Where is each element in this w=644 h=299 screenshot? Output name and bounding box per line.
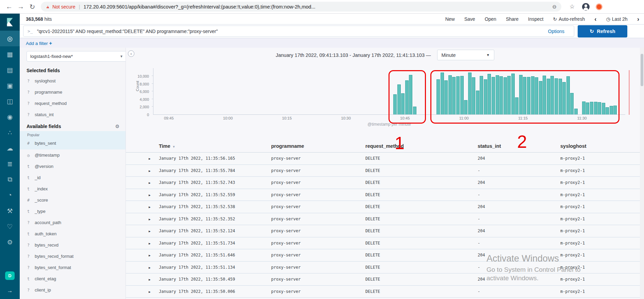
field-item-bytes_recvd[interactable]: ?bytes_recvd	[20, 239, 126, 251]
field-item-programname[interactable]: ?programname	[20, 86, 126, 98]
field-item-auth_token[interactable]: tauth_token	[20, 228, 126, 239]
time-range-picker[interactable]: ◷Last 2h	[606, 16, 628, 22]
table-row[interactable]: ▶January 17th 2022, 11:35:50.006proxy-se…	[126, 286, 644, 298]
expand-row-caret-icon[interactable]: ▶	[149, 254, 150, 257]
browser-extension-icon[interactable]	[596, 3, 602, 10]
management-icon: ⚙	[7, 238, 13, 246]
field-item-client_ip[interactable]: ?client_ip	[20, 284, 126, 296]
sidebar-item-management[interactable]: ⚙	[0, 234, 20, 250]
query-options-link[interactable]: Options	[548, 29, 564, 34]
field-type-badge: t	[27, 277, 35, 281]
monitoring-icon: ♡	[7, 223, 13, 231]
column-header-time[interactable]: Time▼	[157, 143, 269, 149]
sidebar-item-infrastructure[interactable]: ☁	[0, 140, 20, 156]
expand-row-caret-icon[interactable]: ▶	[149, 242, 150, 245]
expand-row-caret-icon[interactable]: ▶	[149, 205, 150, 209]
sidebar-item-dev-tools[interactable]: ⚒	[0, 203, 20, 219]
auto-refresh-button[interactable]: ↻Auto-refresh	[553, 16, 585, 22]
cell-time: January 17th 2022, 11:35:52.538	[157, 204, 269, 209]
sidebar-item-machine-learning[interactable]: ∴	[0, 125, 20, 140]
sidebar-item-timelion[interactable]: ◫	[0, 93, 20, 109]
field-item-_index[interactable]: t_index	[20, 183, 126, 194]
field-type-badge: t	[27, 164, 35, 169]
nav-collapse-arrow-icon[interactable]: →	[7, 287, 13, 294]
field-item-client_etag[interactable]: tclient_etag	[20, 273, 126, 284]
url-text[interactable]: 172.20.40.209:5601/app/kibana#/discover?…	[83, 4, 315, 10]
column-header-programname[interactable]: programname	[269, 143, 364, 149]
table-row[interactable]: ▶January 17th 2022, 11:35:51.734proxy-se…	[126, 237, 644, 250]
cell-sysloghost: m-proxy2-1	[559, 204, 644, 209]
x-tick-label: 10:30	[341, 116, 351, 120]
column-header-sysloghost[interactable]: sysloghost	[559, 143, 644, 149]
sidebar-item-uptime[interactable]: ◔	[0, 187, 20, 203]
expand-row-caret-icon[interactable]: ▶	[149, 193, 150, 197]
table-row[interactable]: ▶January 17th 2022, 11:35:52.352proxy-se…	[126, 213, 644, 225]
expand-row-caret-icon[interactable]: ▶	[149, 290, 150, 294]
interval-select[interactable]: Minute ▼	[437, 50, 494, 60]
browser-forward-icon[interactable]: →	[15, 3, 27, 11]
sidebar-item-discover[interactable]: ◎	[0, 31, 20, 46]
sidebar-item-canvas[interactable]: ▣	[0, 78, 20, 93]
sidebar-item-logs[interactable]: ≣	[0, 156, 20, 172]
index-pattern-selector[interactable]: logstash1-fixed-new* ▼	[27, 51, 126, 62]
scrollbar-thumb[interactable]	[641, 54, 643, 86]
sidebar-item-apm[interactable]: ⧉	[0, 172, 20, 187]
field-item-_score[interactable]: #_score	[20, 194, 126, 206]
zoom-icon[interactable]: ⊖	[552, 4, 557, 10]
address-bar[interactable]: ▲! Not secure | 172.20.40.209:5601/app/k…	[41, 2, 561, 12]
field-item-bytes_sent_format[interactable]: ?bytes_sent_format	[20, 262, 126, 273]
sidebar-item-dashboard[interactable]: ▤	[0, 62, 20, 78]
cell-sysloghost: m-proxy2-1	[559, 289, 644, 294]
browser-reload-icon[interactable]: ↻	[27, 3, 38, 11]
field-item-bytes_sent[interactable]: #bytes_sent	[20, 138, 126, 149]
table-row[interactable]: ▶January 17th 2022, 11:35:52.743proxy-se…	[126, 177, 644, 189]
field-item-_type[interactable]: t_type	[20, 206, 126, 217]
refresh-button[interactable]: ↻ Refresh	[578, 25, 627, 37]
table-row[interactable]: ▶January 17th 2022, 11:35:52.538proxy-se…	[126, 201, 644, 213]
field-item-@timestamp[interactable]: ◷@timestamp	[20, 150, 126, 161]
table-row[interactable]: ▶January 17th 2022, 11:35:51.134proxy-se…	[126, 262, 644, 274]
table-row[interactable]: ▶January 17th 2022, 11:35:52.559proxy-se…	[126, 189, 644, 201]
query-text[interactable]: "qrcv1-20220115" AND request_method:"DEL…	[37, 29, 548, 34]
browser-back-icon[interactable]: ←	[3, 3, 15, 11]
kibana-logo[interactable]	[0, 14, 20, 31]
kibana-discover-screen: ← → ↻ ▲! Not secure | 172.20.40.209:5601…	[0, 0, 644, 299]
expand-row-caret-icon[interactable]: ▶	[149, 218, 150, 221]
menu-inspect[interactable]: Inspect	[528, 16, 543, 22]
table-row[interactable]: ▶January 17th 2022, 11:35:50.459proxy-se…	[126, 273, 644, 286]
table-row[interactable]: ▶January 17th 2022, 11:35:55.784proxy-se…	[126, 165, 644, 177]
expand-row-caret-icon[interactable]: ▶	[149, 157, 150, 160]
sidebar-item-monitoring[interactable]: ♡	[0, 219, 20, 234]
menu-save[interactable]: Save	[464, 16, 475, 22]
expand-row-caret-icon[interactable]: ▶	[149, 278, 150, 281]
table-row[interactable]: ▶January 17th 2022, 11:35:51.646proxy-se…	[126, 249, 644, 262]
field-item-sysloghost[interactable]: ?sysloghost	[20, 75, 126, 86]
sidebar-item-maps[interactable]: ◉	[0, 109, 20, 125]
field-item-status_int[interactable]: ?status_int	[20, 109, 126, 120]
expand-row-caret-icon[interactable]: ▶	[149, 169, 150, 173]
sidebar-item-visualize[interactable]: ▦	[0, 46, 20, 62]
time-back-chevron[interactable]: ‹	[594, 16, 596, 22]
expand-row-caret-icon[interactable]: ▶	[149, 266, 150, 269]
column-header-request-method[interactable]: request_method	[364, 143, 476, 149]
field-item-bytes_recvd_format[interactable]: ?bytes_recvd_format	[20, 251, 126, 262]
field-settings-gear-icon[interactable]: ⚙	[115, 124, 119, 129]
table-row[interactable]: ▶January 17th 2022, 11:35:52.124proxy-se…	[126, 225, 644, 237]
browser-profile-avatar[interactable]	[582, 3, 590, 11]
menu-new[interactable]: New	[445, 16, 455, 22]
field-item-@version[interactable]: t@version	[20, 161, 126, 172]
field-item-account_path[interactable]: ?account_path	[20, 217, 126, 228]
bookmark-star-icon[interactable]: ☆	[569, 3, 575, 10]
table-row[interactable]: ▶January 17th 2022, 11:35:56.165proxy-se…	[126, 153, 644, 165]
time-forward-chevron[interactable]: ›	[637, 16, 639, 22]
menu-open[interactable]: Open	[485, 16, 496, 22]
field-item-request_method[interactable]: ?request_method	[20, 98, 126, 109]
menu-share[interactable]: Share	[506, 16, 518, 22]
space-avatar-badge[interactable]: D	[5, 271, 15, 280]
vertical-scrollbar[interactable]	[640, 48, 644, 299]
expand-row-caret-icon[interactable]: ▶	[149, 181, 150, 185]
expand-row-caret-icon[interactable]: ▶	[149, 230, 150, 233]
field-item-_id[interactable]: t_id	[20, 172, 126, 183]
search-query-input[interactable]: >_ "qrcv1-20220115" AND request_method:"…	[23, 26, 574, 37]
add-filter-button[interactable]: Add a filter +	[26, 40, 52, 46]
